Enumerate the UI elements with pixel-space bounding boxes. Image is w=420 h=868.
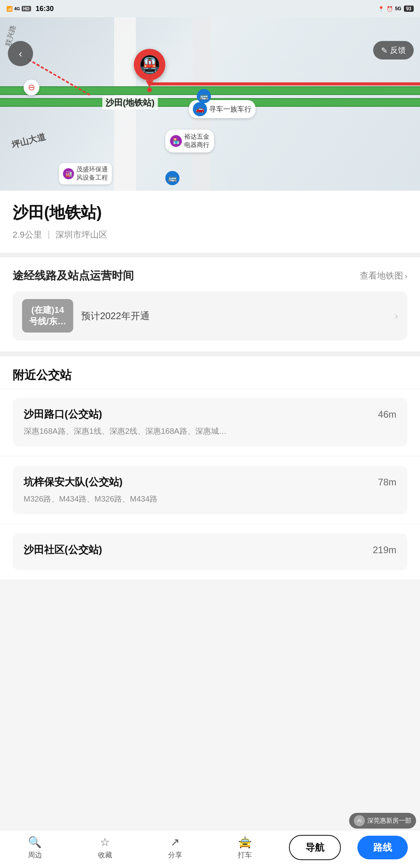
place-name: 沙田(地铁站)	[13, 202, 407, 223]
metro-section-header: 途经线路及站点运营时间 查看地铁图 ›	[13, 268, 407, 283]
bus-card-inner-1: 沙田路口(公交站) 46m 深惠168A路、深惠1线、深惠2线、深惠168A路、…	[13, 398, 407, 446]
bus-icon-1: 🚌	[197, 89, 211, 103]
metro-line-info: 预计2022年开通	[81, 310, 387, 322]
nav-route-area: 路线	[350, 836, 420, 859]
share-icon: ↗	[170, 836, 179, 849]
train-icon: 🚇	[139, 54, 161, 75]
meta-divider	[48, 230, 49, 239]
bus-stop-row-1: 沙田路口(公交站) 46m	[24, 407, 396, 421]
bus-symbol-1: 🚌	[200, 92, 208, 100]
watermark: Ai 深莞惠新房一部	[349, 813, 416, 829]
watermark-avatar: Ai	[354, 815, 365, 826]
map-area: 坪山大道 联兴路 🚇 沙田(地铁站) 🚗 寻车一族车行 🏪 裕达五	[0, 17, 420, 191]
red-road-overlay	[150, 82, 420, 85]
bus-lines-1: 深惠168A路、深惠1线、深惠2线、深惠168A路、深惠城…	[24, 425, 396, 437]
bus-symbol-2: 🚌	[168, 174, 177, 182]
station-pin: 🚇	[134, 49, 165, 92]
env-symbol: 🏭	[65, 171, 72, 177]
poi-env-icon: 🏭	[63, 168, 74, 179]
pin-tail	[146, 80, 154, 87]
minus-symbol: ⊖	[28, 82, 35, 93]
divider-1	[0, 253, 420, 257]
poi-car-label: 寻车一族车行	[209, 104, 252, 114]
watermark-text: 深莞惠新房一部	[367, 817, 411, 825]
nav-guide-area: 导航	[280, 835, 350, 860]
store-icon: 🏪	[173, 138, 179, 144]
metro-badge-text: (在建)14号线/东…	[29, 305, 66, 326]
map-background: 坪山大道 联兴路 🚇 沙田(地铁站) 🚗 寻车一族车行 🏪 裕达五	[0, 17, 420, 191]
status-left: 📶 4G HD 16:30	[6, 5, 54, 13]
divider-2	[0, 351, 420, 356]
bus-stop-row-2: 坑梓保安大队(公交站) 78m	[24, 475, 396, 489]
signal-icon2: 4G	[14, 6, 20, 11]
place-distance: 2.9公里	[13, 229, 42, 241]
nav-item-share[interactable]: ↗ 分享	[140, 836, 210, 860]
bus-stop-dist-2: 78m	[378, 477, 396, 488]
bus-card-2[interactable]: 坑梓保安大队(公交站) 78m M326路、M434路、M326路、M434路	[0, 456, 420, 524]
bus-stop-name-1: 沙田路口(公交站)	[24, 407, 102, 421]
place-info-section: 沙田(地铁站) 2.9公里 深圳市坪山区	[0, 191, 420, 253]
place-district: 深圳市坪山区	[56, 229, 107, 241]
metro-line-badge: (在建)14号线/东…	[22, 299, 73, 333]
bus-card-inner-3: 沙田社区(公交站) 219m	[13, 533, 407, 570]
battery-icon: 93	[404, 6, 414, 12]
nearby-bus-title: 附近公交站	[0, 356, 420, 388]
poi-hardware: 🏪 裕达五金电器商行	[165, 130, 214, 152]
nav-item-collect[interactable]: ☆ 收藏	[70, 836, 140, 860]
network-badge: 5G	[395, 6, 401, 11]
route-button[interactable]: 路线	[357, 836, 408, 859]
poi-hardware-label: 裕达五金电器商行	[184, 133, 209, 149]
minus-icon: ⊖	[24, 80, 39, 95]
poi-car-icon: 🚗	[193, 102, 207, 116]
alarm-icon: ⏰	[387, 6, 393, 12]
poi-environment: 🏭 茂盛环保通风设备工程	[59, 163, 112, 184]
metro-section: 途经线路及站点运营时间 查看地铁图 › (在建)14号线/东… 预计2022年开…	[0, 257, 420, 351]
bus-stop-name-2: 坑梓保安大队(公交站)	[24, 475, 122, 489]
poi-hardware-icon: 🏪	[170, 135, 182, 147]
back-button[interactable]: ‹	[8, 41, 33, 66]
metro-line-item[interactable]: (在建)14号线/东… 预计2022年开通 ›	[13, 291, 407, 340]
taxi-icon: 🚖	[238, 836, 252, 849]
place-meta: 2.9公里 深圳市坪山区	[13, 229, 407, 241]
bus-stop-name-3: 沙田社区(公交站)	[24, 543, 102, 557]
nav-item-taxi[interactable]: 🚖 打车	[210, 836, 280, 860]
chevron-right-icon: ›	[405, 271, 407, 281]
nav-label-taxi: 打车	[238, 850, 252, 860]
bus-card-1[interactable]: 沙田路口(公交站) 46m 深惠168A路、深惠1线、深惠2线、深惠168A路、…	[0, 388, 420, 456]
watermark-avatar-text: Ai	[357, 818, 362, 823]
car-icon: 🚗	[196, 105, 204, 113]
status-time: 16:30	[36, 5, 54, 13]
bottom-padding	[0, 580, 420, 627]
bus-stop-dist-1: 46m	[378, 409, 396, 420]
guide-button[interactable]: 导航	[289, 835, 341, 860]
star-icon: ☆	[100, 836, 110, 849]
bus-icon-2: 🚌	[165, 171, 179, 185]
nearby-bus-section: 附近公交站 沙田路口(公交站) 46m 深惠168A路、深惠1线、深惠2线、深惠…	[0, 356, 420, 580]
bus-stop-dist-3: 219m	[373, 545, 396, 556]
edit-icon: ✎	[381, 46, 388, 55]
poi-env-label: 茂盛环保通风设备工程	[76, 165, 108, 182]
metro-map-link[interactable]: 查看地铁图 ›	[360, 270, 407, 282]
metro-section-title: 途经线路及站点运营时间	[13, 268, 134, 283]
bottom-nav: 🔍 周边 ☆ 收藏 ↗ 分享 🚖 打车 导航 路线	[0, 830, 420, 868]
metro-map-link-label: 查看地铁图	[360, 270, 403, 282]
poi-car-shop: 🚗 寻车一族车行	[189, 100, 255, 118]
nav-label-share: 分享	[168, 850, 182, 860]
back-arrow-icon: ‹	[19, 48, 22, 60]
pin-dot	[147, 87, 152, 92]
status-bar: 📶 4G HD 16:30 📍 ⏰ 5G 93	[0, 0, 420, 17]
search-icon: 🔍	[28, 836, 42, 849]
pin-circle: 🚇	[134, 49, 165, 80]
bus-card-inner-2: 坑梓保安大队(公交站) 78m M326路、M434路、M326路、M434路	[13, 466, 407, 514]
map-station-label: 沙田(地铁站)	[102, 96, 158, 110]
bus-card-3[interactable]: 沙田社区(公交站) 219m	[0, 524, 420, 580]
feedback-button[interactable]: ✎ 反馈	[373, 41, 414, 59]
status-right: 📍 ⏰ 5G 93	[378, 6, 414, 12]
feedback-label: 反馈	[390, 45, 406, 56]
nav-item-nearby[interactable]: 🔍 周边	[0, 836, 70, 860]
nav-label-nearby: 周边	[28, 850, 42, 860]
nav-label-collect: 收藏	[98, 850, 112, 860]
metro-arrow-icon: ›	[395, 310, 398, 322]
poi-hardware-inner: 🏪 裕达五金电器商行	[170, 133, 209, 149]
signal-icon: 📶	[6, 6, 13, 12]
